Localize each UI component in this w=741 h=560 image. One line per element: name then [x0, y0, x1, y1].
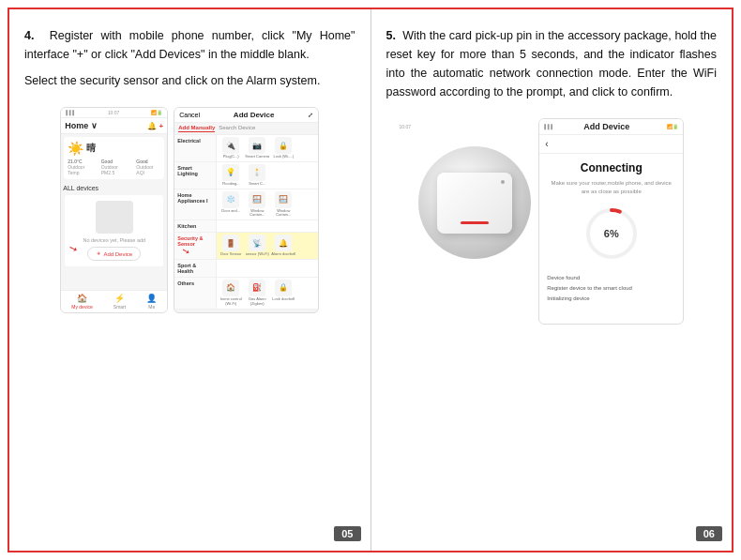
- connecting-header: ▌▌▌ 10:07 Add Device 📶🔋: [539, 119, 683, 135]
- plus-icon[interactable]: +: [159, 122, 164, 130]
- time-1: 10:07: [108, 110, 120, 115]
- cat-sport-items: [217, 260, 220, 277]
- right-text: 5. With the card pick-up pin in the acce…: [386, 26, 718, 109]
- cat-others-items: 🏠 home control (Wi-Fi) ⛽ Gas Alarm (Zigb…: [217, 278, 297, 309]
- connecting-subtitle: Make sure your router,mobile phone, and …: [547, 179, 675, 196]
- progress-container: 6%: [583, 205, 640, 262]
- add-device-screen-title: Add Device: [234, 111, 275, 119]
- add-device-label: Add Device: [103, 251, 132, 257]
- cat-item[interactable]: 🚪 Door Sensor: [219, 235, 243, 257]
- connecting-status: Device found Register device to the smar…: [547, 273, 675, 303]
- curtain2-icon: 🪟: [275, 191, 292, 208]
- cat-security: Security & Sensor 🚪 Door Sensor 📡 sensor…: [174, 233, 318, 260]
- cat-item[interactable]: 🔒 Lock (Wi-...): [271, 137, 295, 159]
- add-device-screen: Cancel Add Device ⤢ Add Manually Search …: [174, 107, 319, 313]
- alarm-icon: 🔔: [275, 235, 292, 251]
- step-5-num: 5.: [386, 29, 396, 42]
- door-sensor-label: Door Sensor: [220, 252, 241, 257]
- left-text: 4. Register with mobile phone number, cl…: [24, 26, 355, 98]
- cat-lighting-items: 💡 Flooding... 🕯️ Smart C...: [217, 162, 271, 189]
- nav-smart[interactable]: ⚡ Smart: [113, 294, 126, 310]
- bottom-nav: 🏠 My device ⚡ Smart 👤 Me: [61, 290, 167, 312]
- cat-item[interactable]: 🔔 Alarm doorbell: [271, 235, 295, 257]
- cat-security-items: 🚪 Door Sensor 📡 sensor (Wi-Fi) 🔔 Alarm d…: [217, 233, 297, 259]
- home-nav-icon: 🏠: [77, 294, 87, 303]
- no-device-text: No devices yet, Please add: [83, 237, 145, 243]
- curtain-icon: 🪟: [249, 191, 265, 208]
- status-1: Device found: [547, 273, 675, 283]
- connecting-body: Connecting Make sure your router,mobile …: [539, 154, 683, 310]
- nav-me-label: Me: [148, 304, 155, 310]
- cat-item[interactable]: 🔒 Lock doorbell: [271, 280, 295, 307]
- nav-my-device[interactable]: 🏠 My device: [71, 294, 93, 310]
- expand-icon[interactable]: ⤢: [308, 112, 313, 119]
- bell-icon[interactable]: 🔔: [147, 122, 157, 130]
- cat-others: Others 🏠 home control (Wi-Fi) ⛽ Gas Alar…: [174, 278, 318, 310]
- phone-header-1: ▌▌▌ 10:07 📶🔋: [61, 108, 167, 118]
- cat-item[interactable]: 🕯️ Smart C...: [245, 164, 269, 187]
- cat-kitchen-items: [217, 220, 220, 232]
- home-icons: 🔔 +: [147, 122, 164, 130]
- lock2-label: Lock doorbell: [272, 297, 295, 302]
- socket-label: home control (Wi-Fi): [219, 297, 243, 307]
- page-badge-06: 06: [696, 526, 722, 541]
- curtain-label: Window Curtain...: [245, 209, 269, 219]
- step-4-text2: Select the security sensor and click on …: [24, 74, 320, 87]
- device-placeholder: [96, 201, 133, 234]
- cat-item[interactable]: ❄️ Door and...: [219, 191, 243, 219]
- page-badge-05: 05: [334, 526, 360, 541]
- device-led: [461, 221, 489, 224]
- cat-electrical: Electrical 🔌 Plug(C...) 📷 Smart Camera: [174, 135, 318, 162]
- panel-right: 5. With the card pick-up pin in the acce…: [371, 9, 733, 551]
- nav-me[interactable]: 👤 Me: [146, 294, 157, 310]
- add-device-title-right: Add Device: [563, 122, 650, 131]
- alarm-label: Alarm doorbell: [271, 252, 295, 257]
- curtain2-label: Window Curtain...: [271, 209, 295, 219]
- plug-icon: 🔌: [222, 137, 239, 154]
- all-devices-label: ALL devices: [61, 182, 167, 193]
- lock-icon: 🔒: [275, 137, 292, 154]
- bulb-icon: 💡: [222, 164, 239, 181]
- back-icon[interactable]: ‹: [545, 139, 548, 149]
- left-screenshots: ▌▌▌ 10:07 📶🔋 Home ∨ 🔔 + ☀️ 晴: [24, 107, 355, 539]
- ac-icon: ❄️: [222, 191, 239, 208]
- cat-item[interactable]: 💡 Flooding...: [219, 164, 243, 187]
- cancel-btn[interactable]: Cancel: [179, 112, 200, 118]
- step-4-num: 4.: [24, 29, 34, 42]
- cat-item[interactable]: 🪟 Window Curtain...: [271, 191, 295, 219]
- battery-2: 📶🔋: [650, 124, 678, 129]
- device-box: [437, 173, 512, 234]
- cat-kitchen-label: Kitchen: [174, 220, 217, 232]
- status-3: Initializing device: [547, 294, 675, 304]
- temp-display: 21.0°C Outdoor Temp: [68, 159, 95, 175]
- weather-sun-icon: ☀️: [68, 141, 83, 156]
- cat-item[interactable]: 📡 sensor (Wi-Fi): [245, 235, 269, 257]
- status-2: Register device to the smart cloud: [547, 283, 675, 294]
- weather-char: 晴: [86, 142, 96, 155]
- cat-item[interactable]: ⛽ Gas Alarm (Zigbee): [245, 280, 269, 307]
- gas-icon: ⛽: [249, 280, 265, 296]
- aqi-display: Good Outdoor AQI: [136, 159, 160, 175]
- nav-home-label: My device: [71, 304, 93, 310]
- cat-item[interactable]: 🔌 Plug(C...): [219, 137, 243, 159]
- cat-appliances: Home Appliances I ❄️ Door and... 🪟 Windo…: [174, 189, 318, 221]
- sensor-label: sensor (Wi-Fi): [246, 252, 269, 257]
- add-device-button[interactable]: ＋ Add Device: [87, 247, 141, 261]
- tab-search-device[interactable]: Search Device: [219, 125, 255, 132]
- cat-item[interactable]: 🪟 Window Curtain...: [245, 191, 269, 219]
- reset-hole: [501, 180, 505, 184]
- camera-label: Smart Camera: [245, 155, 269, 159]
- panel-left: 4. Register with mobile phone number, cl…: [9, 9, 371, 551]
- plug-label: Plug(C...): [223, 155, 239, 159]
- cat-others-label: Others: [174, 278, 217, 309]
- cat-electrical-items: 🔌 Plug(C...) 📷 Smart Camera 🔒 Lock (Wi-.…: [217, 135, 297, 161]
- home-title: Home ∨: [65, 121, 98, 130]
- add-device-tabs: Add Manually Search Device: [174, 123, 318, 135]
- bulb-label: Flooding...: [222, 182, 240, 187]
- tab-add-manually[interactable]: Add Manually: [178, 125, 215, 132]
- add-device-header: Cancel Add Device ⤢: [174, 108, 318, 123]
- light2-label: Smart C...: [249, 182, 265, 187]
- cat-item[interactable]: 📷 Smart Camera: [245, 137, 269, 159]
- cat-item[interactable]: 🏠 home control (Wi-Fi): [219, 280, 243, 307]
- cat-lighting: Smart Lighting 💡 Flooding... 🕯️ Smart C.…: [174, 162, 318, 189]
